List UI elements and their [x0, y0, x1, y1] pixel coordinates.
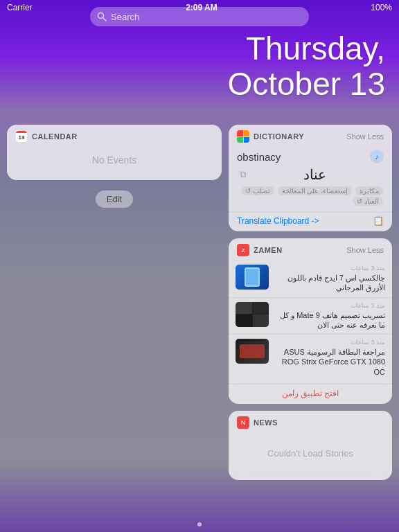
search-bar-container[interactable]: Search: [90, 7, 309, 26]
page-indicator-dot: [197, 522, 202, 526]
thumb-grid: [236, 302, 269, 327]
zamen-time-3: منذ 3 ساعات: [274, 339, 385, 346]
copy-icon[interactable]: ⧉: [240, 169, 246, 180]
calendar-header: 13 CALENDAR: [7, 125, 222, 147]
calendar-title: CALENDAR: [32, 132, 78, 141]
zamen-item-text: منذ 3 ساعات مراجعة البطاقة الرسومية ASUS…: [274, 339, 385, 377]
zamen-title: ZAMEN: [254, 246, 283, 254]
zamen-item-text: منذ 3 ساعات تسريب تصميم هاتف Mate 9 و كل…: [274, 302, 385, 330]
zamen-time-1: منذ 3 ساعات: [274, 265, 385, 272]
news-body: Couldn't Load Stories: [229, 433, 392, 480]
news-widget: N NEWS Couldn't Load Stories: [229, 411, 392, 480]
calendar-icon: 13: [15, 130, 28, 143]
tag-4: العناد ↺: [353, 197, 383, 206]
search-placeholder: Search: [111, 12, 139, 22]
zamen-icon: Z: [237, 244, 249, 256]
clipboard-icon: 📋: [373, 215, 384, 226]
date-line1: Thursday,: [227, 31, 385, 66]
tag-3: تصلب ↺: [241, 186, 274, 195]
search-bar[interactable]: Search: [90, 7, 309, 26]
calendar-icon-num: 13: [19, 133, 25, 142]
dictionary-translate-row[interactable]: Translate Clipboard -> 📋: [229, 212, 392, 231]
search-icon: [97, 12, 107, 21]
left-column: 13 CALENDAR No Events Edit: [7, 125, 222, 208]
right-column: DICTIONARY Show Less obstinacy ♪ عناد ⧉ …: [229, 125, 392, 480]
zamen-show-less[interactable]: Show Less: [346, 246, 384, 254]
zamen-title-1: جالكسي اس 7 ايدج قادم باللون الأزرق المر…: [274, 273, 385, 293]
zamen-thumb-2: [236, 302, 269, 327]
zamen-item[interactable]: منذ 3 ساعات جالكسي اس 7 ايدج قادم باللون…: [229, 260, 392, 298]
news-header: N NEWS: [229, 411, 392, 433]
news-title: NEWS: [254, 418, 278, 427]
zamen-title-2: تسريب تصميم هاتف Mate 9 و كل ما نعرفه عن…: [274, 310, 385, 330]
carrier-label: Carrier: [7, 3, 33, 12]
dictionary-word: obstinacy: [237, 151, 281, 163]
dictionary-header: DICTIONARY Show Less: [229, 125, 392, 147]
calendar-widget: 13 CALENDAR No Events: [7, 125, 222, 180]
zamen-list: منذ 3 ساعات جالكسي اس 7 ايدج قادم باللون…: [229, 260, 392, 384]
date-line2: October 13: [227, 66, 385, 102]
zamen-time-2: منذ 3 ساعات: [274, 302, 385, 309]
sound-icon[interactable]: ♪: [370, 150, 384, 163]
edit-btn-container: Edit: [7, 190, 222, 208]
widgets-area: 13 CALENDAR No Events Edit: [7, 125, 392, 511]
zamen-open-row[interactable]: افتح تطبيق زامن: [229, 384, 392, 404]
calendar-body: No Events: [7, 147, 222, 180]
dictionary-word-row: obstinacy ♪: [229, 147, 392, 165]
zamen-open-text: افتح تطبيق زامن: [282, 389, 339, 398]
no-events-text: No Events: [92, 154, 137, 166]
zamen-thumb-1: [236, 265, 269, 290]
dictionary-widget: DICTIONARY Show Less obstinacy ♪ عناد ⧉ …: [229, 125, 392, 231]
battery-label: 100%: [371, 3, 392, 12]
tag-2: إستعصاء، على المعالجة: [278, 186, 353, 195]
zamen-thumb-3: [236, 339, 269, 364]
zamen-item[interactable]: منذ 3 ساعات تسريب تصميم هاتف Mate 9 و كل…: [229, 298, 392, 335]
dictionary-tags: مكابرة إستعصاء، على المعالجة تصلب ↺ العن…: [229, 184, 392, 211]
edit-button[interactable]: Edit: [96, 190, 133, 208]
zamen-title-3: مراجعة البطاقة الرسومية ASUS ROG Strix G…: [274, 347, 385, 377]
svg-line-1: [103, 18, 107, 21]
rog-thumb: [236, 339, 269, 364]
phone-thumb: [236, 265, 269, 290]
dictionary-show-less[interactable]: Show Less: [346, 132, 384, 141]
translate-clipboard-text: Translate Clipboard ->: [237, 216, 319, 226]
zamen-widget: Z ZAMEN Show Less منذ 3 ساعات جالكسي اس …: [229, 238, 392, 404]
news-icon: N: [237, 416, 249, 429]
news-empty-text: Couldn't Load Stories: [267, 448, 353, 459]
dictionary-translation: عناد: [246, 166, 384, 183]
zamen-header: Z ZAMEN Show Less: [229, 238, 392, 260]
dictionary-icon: [237, 130, 249, 143]
date-display: Thursday, October 13: [227, 31, 385, 101]
tag-1: مكابرة: [355, 186, 383, 195]
zamen-item-text: منذ 3 ساعات جالكسي اس 7 ايدج قادم باللون…: [274, 265, 385, 293]
dictionary-title: DICTIONARY: [254, 132, 304, 141]
zamen-item[interactable]: منذ 3 ساعات مراجعة البطاقة الرسومية ASUS…: [229, 335, 392, 381]
